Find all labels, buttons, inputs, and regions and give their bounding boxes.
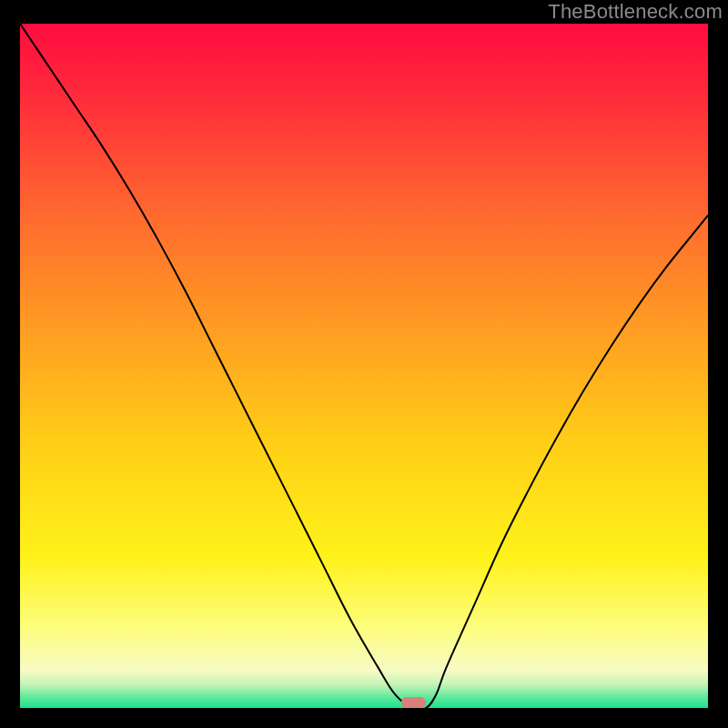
bottleneck-chart xyxy=(20,24,708,708)
bottleneck-marker xyxy=(401,697,426,708)
watermark-text: TheBottleneck.com xyxy=(548,0,723,24)
chart-frame: TheBottleneck.com xyxy=(0,0,728,728)
plot-area xyxy=(20,24,708,708)
gradient-background xyxy=(20,24,708,708)
